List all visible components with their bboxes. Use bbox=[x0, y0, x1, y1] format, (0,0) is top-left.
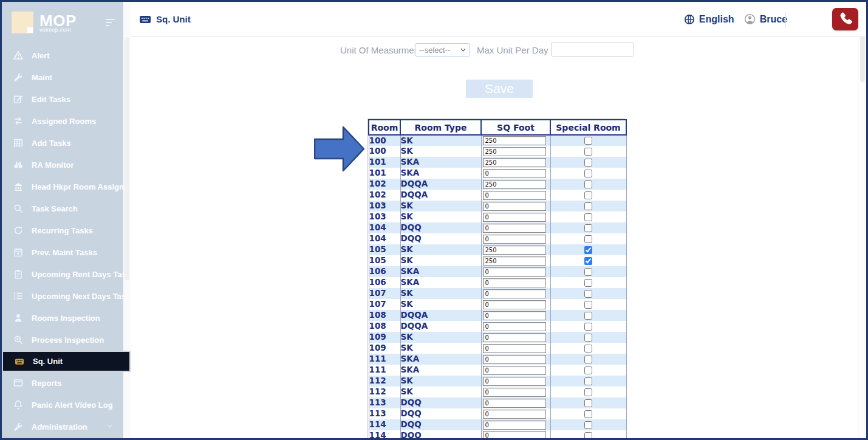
special-room-checkbox[interactable] bbox=[584, 366, 592, 374]
special-room-checkbox[interactable] bbox=[584, 345, 592, 352]
special-room-checkbox[interactable] bbox=[584, 399, 592, 407]
sidebar-item-reports[interactable]: Reports bbox=[2, 372, 123, 394]
sq-foot-input[interactable] bbox=[483, 235, 546, 244]
sq-foot-input[interactable] bbox=[483, 311, 546, 320]
special-room-checkbox[interactable] bbox=[584, 377, 592, 385]
sq-foot-input[interactable] bbox=[483, 322, 546, 331]
special-room-checkbox[interactable] bbox=[584, 202, 592, 210]
special-room-checkbox[interactable] bbox=[584, 235, 592, 243]
sq-foot-input[interactable] bbox=[483, 180, 546, 189]
phone-button[interactable] bbox=[832, 8, 858, 30]
sidebar-item-rooms-inspection[interactable]: Rooms Inspection bbox=[2, 307, 123, 329]
sidebar-item-assigned-rooms[interactable]: Assigned Rooms bbox=[2, 110, 123, 132]
sidebar-scrollbar[interactable] bbox=[123, 2, 131, 438]
sq-foot-input[interactable] bbox=[483, 399, 546, 408]
sq-foot-input[interactable] bbox=[483, 289, 546, 298]
special-room-checkbox[interactable] bbox=[584, 180, 592, 188]
sq-foot-input[interactable] bbox=[483, 169, 546, 178]
special-room-checkbox[interactable] bbox=[584, 224, 592, 232]
sq-foot-input[interactable] bbox=[483, 333, 546, 342]
logo[interactable]: MOP vmmop.com bbox=[2, 2, 123, 43]
content-scrollbar-thumb[interactable] bbox=[860, 37, 865, 82]
sidebar-item-head-hkpr-room-assign[interactable]: Head Hkpr Room Assign bbox=[2, 176, 123, 198]
special-room-checkbox[interactable] bbox=[584, 421, 592, 429]
special-room-checkbox[interactable] bbox=[584, 279, 592, 287]
sq-foot-input[interactable] bbox=[483, 410, 546, 419]
room-cell: 103 bbox=[369, 211, 400, 222]
sidebar-item-ra-monitor[interactable]: RA Monitor bbox=[2, 154, 123, 176]
sq-foot-input[interactable] bbox=[483, 158, 546, 167]
special-room-checkbox[interactable] bbox=[584, 213, 592, 221]
table-row: 112 SK bbox=[369, 376, 626, 387]
sidebar-item-alert[interactable]: Alert bbox=[2, 44, 123, 66]
sq-foot-input[interactable] bbox=[483, 136, 546, 145]
sidebar-item-panic-alert-video-log[interactable]: Panic Alert Video Log bbox=[2, 394, 123, 416]
user-menu[interactable]: Bruce bbox=[744, 13, 787, 25]
sq-foot-input[interactable] bbox=[483, 256, 546, 266]
save-button[interactable]: Save bbox=[466, 80, 533, 98]
sidebar-item-sq-unit[interactable]: Sq. Unit bbox=[2, 351, 131, 372]
sq-foot-input[interactable] bbox=[483, 300, 546, 309]
special-room-checkbox[interactable] bbox=[584, 191, 592, 199]
special-room-checkbox[interactable] bbox=[584, 170, 592, 177]
sidebar-item-add-tasks[interactable]: Add Tasks bbox=[2, 132, 123, 154]
table-row: 104 DQQ bbox=[369, 222, 626, 233]
special-room-checkbox[interactable] bbox=[584, 246, 592, 254]
sq-foot-input[interactable] bbox=[483, 191, 546, 200]
room-type-cell: SK bbox=[400, 376, 481, 387]
special-room-checkbox[interactable] bbox=[584, 323, 592, 331]
room-type-cell: SK bbox=[400, 201, 481, 211]
table-row: 103 SK bbox=[369, 201, 626, 211]
sq-foot-input[interactable] bbox=[483, 278, 546, 287]
sq-foot-input[interactable] bbox=[483, 202, 546, 211]
special-room-checkbox[interactable] bbox=[584, 257, 592, 265]
special-room-checkbox[interactable] bbox=[584, 356, 592, 363]
special-room-cell bbox=[550, 354, 626, 365]
special-room-checkbox[interactable] bbox=[584, 334, 592, 342]
sidebar-item-edit-tasks[interactable]: Edit Tasks bbox=[2, 88, 123, 110]
special-room-checkbox[interactable] bbox=[584, 312, 592, 320]
sq-foot-input[interactable] bbox=[483, 344, 546, 353]
sq-foot-cell bbox=[481, 157, 550, 168]
special-room-checkbox[interactable] bbox=[584, 137, 592, 145]
sidebar-item-maint[interactable]: Maint bbox=[2, 66, 123, 88]
table-row: 112 SK bbox=[369, 387, 626, 397]
sq-foot-cell bbox=[481, 376, 550, 387]
sidebar-item-prev-maint-tasks[interactable]: Prev. Maint Tasks bbox=[2, 241, 123, 263]
sidebar-item-label: Maint bbox=[32, 73, 52, 82]
unit-of-measurement-select[interactable]: --select-- bbox=[415, 43, 470, 57]
sq-foot-input[interactable] bbox=[483, 213, 546, 222]
menu-toggle-icon[interactable] bbox=[106, 19, 115, 26]
sq-foot-input[interactable] bbox=[483, 147, 546, 156]
special-room-checkbox[interactable] bbox=[584, 290, 592, 298]
sq-foot-input[interactable] bbox=[483, 224, 546, 233]
table-row: 111 SKA bbox=[369, 365, 626, 376]
content-scrollbar[interactable] bbox=[858, 37, 866, 438]
special-room-checkbox[interactable] bbox=[584, 388, 592, 396]
sq-foot-cell bbox=[481, 299, 550, 310]
sidebar-item-upcoming-rent-days-tas[interactable]: Upcoming Rent Days Tas... bbox=[2, 263, 123, 285]
special-room-checkbox[interactable] bbox=[584, 159, 592, 167]
sq-foot-input[interactable] bbox=[483, 355, 546, 364]
sq-foot-input[interactable] bbox=[483, 246, 546, 255]
special-room-checkbox[interactable] bbox=[584, 148, 592, 156]
sidebar-item-recurring-tasks[interactable]: Recurring Tasks bbox=[2, 219, 123, 241]
sidebar-scrollbar-thumb[interactable] bbox=[125, 37, 129, 280]
special-room-checkbox[interactable] bbox=[584, 301, 592, 309]
special-room-checkbox[interactable] bbox=[584, 268, 592, 276]
max-unit-per-day-input[interactable] bbox=[551, 43, 634, 57]
sq-foot-input[interactable] bbox=[483, 388, 546, 397]
sq-foot-input[interactable] bbox=[483, 366, 546, 375]
sq-foot-input[interactable] bbox=[483, 431, 546, 438]
sidebar-item-upcoming-next-days-tas[interactable]: Upcoming Next Days Tas... bbox=[2, 285, 123, 307]
sidebar-item-process-inspection[interactable]: Process Inspection bbox=[2, 329, 123, 351]
language-selector[interactable]: English bbox=[684, 14, 734, 25]
special-room-checkbox[interactable] bbox=[584, 432, 592, 439]
sidebar-item-administration[interactable]: Administration bbox=[2, 416, 123, 438]
special-room-checkbox[interactable] bbox=[584, 410, 592, 418]
sidebar-item-task-search[interactable]: Task Search bbox=[2, 198, 123, 219]
sq-foot-input[interactable] bbox=[483, 421, 546, 430]
sq-foot-input[interactable] bbox=[483, 377, 546, 386]
sq-foot-input[interactable] bbox=[483, 267, 546, 277]
room-cell: 113 bbox=[369, 408, 400, 419]
